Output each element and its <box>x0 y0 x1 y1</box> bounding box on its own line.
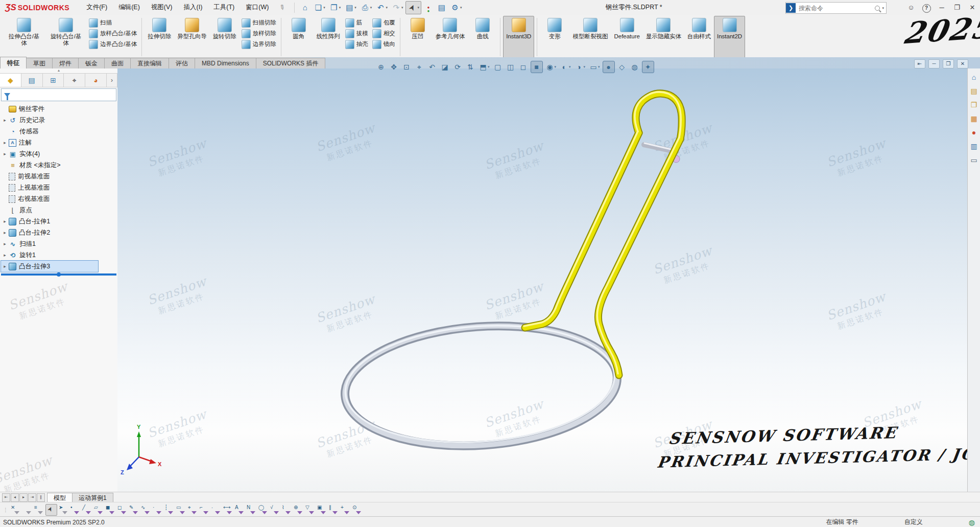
filter-dimensions-button[interactable]: ⟷ <box>223 505 233 515</box>
revolved-boss-base-button[interactable]: 旋转凸台/基体 <box>45 16 87 58</box>
filter-faces-button[interactable]: ▱ <box>93 505 104 515</box>
filter-balloons-button[interactable]: ◯ <box>258 505 269 515</box>
wrap-button[interactable]: 包覆 <box>370 17 397 28</box>
minimize-button[interactable]: ─ <box>934 0 949 15</box>
search-input[interactable] <box>798 4 875 12</box>
lasso-select-button[interactable]: ➤ <box>58 505 69 515</box>
filter-solid-bodies-button[interactable]: ◼ <box>105 505 116 515</box>
tree-item-boss-extrude1[interactable]: ▸ 凸台-拉伸1 <box>1 216 117 227</box>
tree-item-origin[interactable]: ⌊ 原点 <box>1 204 117 216</box>
dimxpertmanager-tab[interactable]: ⌖ <box>64 74 85 87</box>
tab-evaluate[interactable]: 评估 <box>169 58 195 68</box>
restore-doc-button[interactable]: ❐ <box>943 59 954 68</box>
filter-vertices-button[interactable]: • <box>70 505 81 515</box>
deform-button[interactable]: 变形 <box>540 16 569 58</box>
filter-planes-button[interactable]: ▭ <box>176 505 186 515</box>
menu-item[interactable]: 文件(F) <box>81 0 113 15</box>
indent-button[interactable]: 压凹 <box>403 16 433 58</box>
hole-wizard-button[interactable]: 异型孔向导 <box>174 16 210 58</box>
filter-coordinate-systems-button[interactable]: ⌐ <box>199 505 210 515</box>
tab-mbd-dimensions[interactable]: MBD Dimensions <box>195 58 256 68</box>
resources-home-icon[interactable]: ⌂ <box>969 73 978 82</box>
search-icon[interactable] <box>875 6 880 11</box>
shadows-icon[interactable]: ● <box>603 61 615 73</box>
user-account-button[interactable]: ☺ <box>903 0 919 15</box>
edit-appearance-icon[interactable]: ◐▾ <box>559 61 572 73</box>
rollback-bar[interactable] <box>1 273 116 276</box>
rib-button[interactable]: 筋 <box>343 17 370 28</box>
extruded-boss-base-button[interactable]: 拉伸凸台/基体 <box>3 16 45 58</box>
filter-midpoints-button[interactable]: · <box>152 505 163 515</box>
filter-blocks-button[interactable]: ▣ <box>317 505 327 515</box>
mirror-button[interactable]: 镜向 <box>370 39 397 50</box>
tab-direct-editing[interactable]: 直接编辑 <box>130 58 169 68</box>
filter-annotations-button[interactable]: A <box>234 505 245 515</box>
display-style-hidden-lines-icon[interactable]: ◫ <box>505 61 516 73</box>
expand-arrow-icon[interactable]: ▸ <box>1 219 9 224</box>
tab-splitter-handle[interactable]: ∥ <box>37 493 45 502</box>
curves-button[interactable]: 曲线 <box>468 16 497 58</box>
display-style-no-edges-icon[interactable]: ◻ <box>518 61 529 73</box>
prev-tab-button[interactable]: ◂ <box>11 493 19 502</box>
next-tab-button[interactable]: ▸ <box>19 493 28 502</box>
clear-all-filters-button[interactable]: ✕ <box>10 505 21 515</box>
intersect-button[interactable]: 相交 <box>370 28 397 39</box>
search-dropdown-icon[interactable]: ▾ <box>882 6 884 10</box>
filter-connection-points-button[interactable]: + <box>340 505 351 515</box>
tree-item-sensors[interactable]: ◔ 传感器 <box>1 126 117 137</box>
filter-edges-button[interactable]: ╱ <box>82 505 92 515</box>
extruded-cut-button[interactable]: 拉伸切除 <box>145 16 174 58</box>
dock-featuremanager-button[interactable]: ⇤ <box>914 59 925 68</box>
view-settings-icon[interactable]: ▭▾ <box>588 61 601 73</box>
view-palette-icon[interactable]: ▦ <box>969 114 978 123</box>
sweep-button[interactable]: 扫描 <box>87 17 139 28</box>
rebuild-button[interactable]: ● <box>422 2 435 14</box>
new-document-button[interactable]: ❏▾ <box>312 2 327 14</box>
last-tab-button[interactable]: ⇥ <box>28 493 36 502</box>
design-library-icon[interactable]: ▤ <box>969 86 978 96</box>
apply-scene-icon[interactable]: ◑▾ <box>573 61 587 73</box>
menu-item[interactable]: 工具(T) <box>208 0 240 15</box>
section-view-icon[interactable]: ◪ <box>439 61 450 73</box>
filter-cosmetic-threads-button[interactable]: ∥ <box>328 505 339 515</box>
tree-item-right-plane[interactable]: 右视基准面 <box>1 193 117 204</box>
file-properties-button[interactable]: ▤ <box>436 2 448 14</box>
tab-surfaces[interactable]: 曲面 <box>104 58 131 68</box>
zoom-area-icon[interactable]: ⊡ <box>401 61 412 73</box>
pan-icon[interactable]: ✥ <box>388 61 399 73</box>
filter-routing-points-button[interactable]: ⊙ <box>352 505 363 515</box>
previous-view-icon[interactable]: ↶ <box>426 61 438 73</box>
displaymanager-tab[interactable]: ◕ <box>85 74 107 87</box>
expand-arrow-icon[interactable]: ▸ <box>1 118 9 123</box>
tree-item-boss-extrude2[interactable]: ▸ 凸台-拉伸2 <box>1 227 117 238</box>
options-button[interactable]: ⚙▾ <box>449 2 464 14</box>
display-style-shaded-icon[interactable]: ■ <box>531 61 543 73</box>
menu-item[interactable]: 编辑(E) <box>113 0 146 15</box>
filter-stack-button[interactable]: ≡ <box>34 505 44 515</box>
model-tab[interactable]: 模型 <box>47 493 73 502</box>
magnify-icon[interactable]: ⌖ <box>414 61 425 73</box>
filter-surface-finish-button[interactable]: √ <box>270 505 280 515</box>
model-break-view-button[interactable]: 模型断裂视图 <box>569 16 611 58</box>
freeform-button[interactable]: 自由样式 <box>684 16 714 58</box>
tree-item-material[interactable]: ≡ 材质 <未指定> <box>1 159 117 171</box>
select-cursor-button[interactable]: ➤▾ <box>405 1 421 14</box>
menu-item[interactable]: 插入(I) <box>178 0 208 15</box>
toolbar-drag-handle[interactable]: ⋮ <box>3 507 8 513</box>
tab-sheet-metal[interactable]: 钣金 <box>78 58 105 68</box>
ambient-occlusion-icon[interactable]: ◍ <box>629 61 640 73</box>
fillet-button[interactable]: 圆角 <box>284 16 314 58</box>
tree-item-history[interactable]: ▸ ↺ 历史记录 <box>1 114 117 126</box>
defeature-button[interactable]: Defeature <box>611 16 643 58</box>
graphics-viewport[interactable]: Senshow新思诺软件Senshow新思诺软件Senshow新思诺软件Sens… <box>117 68 968 492</box>
instant2d-button[interactable]: Instant2D <box>714 16 745 58</box>
expand-panel-tab[interactable]: › <box>107 74 117 87</box>
perspective-icon[interactable]: ◇ <box>616 61 628 73</box>
zoom-fit-icon[interactable]: ⊕ <box>375 61 387 73</box>
featuremanager-tab[interactable]: ◆ <box>0 74 21 87</box>
configurationmanager-tab[interactable]: ⊞ <box>43 74 64 87</box>
lofted-boss-base-button[interactable]: 放样凸台/基体 <box>87 28 139 39</box>
status-custom[interactable]: 自定义 <box>904 518 923 526</box>
minimize-doc-button[interactable]: ─ <box>928 59 940 68</box>
view-orientation-icon[interactable]: ⬒▾ <box>477 61 491 73</box>
